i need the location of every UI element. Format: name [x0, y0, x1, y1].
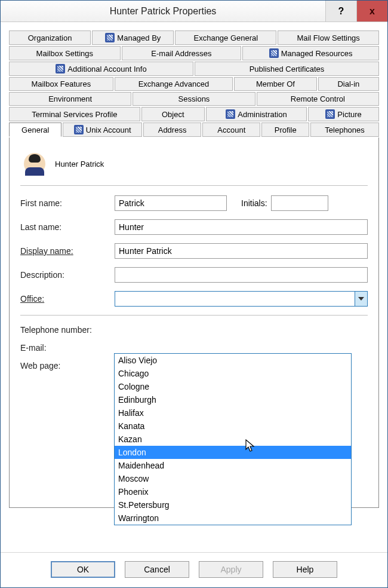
office-option[interactable]: London — [115, 446, 351, 459]
titlebar: Hunter Patrick Properties ? x — [1, 1, 387, 22]
tab-managed-resources[interactable]: Managed Resources — [242, 46, 379, 60]
tab-address[interactable]: Address — [143, 122, 201, 137]
office-option[interactable]: Phoenix — [115, 485, 351, 498]
office-option[interactable]: Cologne — [115, 380, 351, 393]
properties-dialog: Hunter Patrick Properties ? x Organizati… — [0, 0, 388, 588]
tab-object[interactable]: Object — [141, 107, 205, 121]
first-name-input[interactable] — [115, 195, 227, 211]
tab-dial-in[interactable]: Dial-in — [318, 77, 379, 91]
titlebar-controls: ? x — [325, 1, 387, 22]
flag-icon — [105, 33, 115, 42]
tab-picture[interactable]: Picture — [308, 107, 379, 121]
tab-general[interactable]: General — [9, 122, 61, 137]
cancel-button[interactable]: Cancel — [125, 561, 189, 578]
office-option[interactable]: Warrington — [115, 512, 351, 525]
office-option[interactable]: Halifax — [115, 406, 351, 419]
chevron-down-icon — [358, 297, 364, 301]
divider — [20, 315, 368, 316]
help-button[interactable]: ? — [325, 1, 356, 22]
user-avatar-icon — [24, 153, 45, 174]
office-dropdown-button[interactable] — [355, 291, 368, 307]
dialog-footer: OK Cancel Apply Help — [1, 552, 387, 587]
apply-button[interactable]: Apply — [199, 561, 263, 578]
tab-mailbox-features[interactable]: Mailbox Features — [9, 77, 113, 91]
flag-icon — [74, 125, 84, 134]
mouse-cursor-icon — [245, 439, 256, 454]
close-button[interactable]: x — [356, 1, 387, 22]
user-display-name: Hunter Patrick — [55, 160, 104, 169]
office-label[interactable]: Office: — [20, 294, 115, 304]
tab-telephones[interactable]: Telephones — [310, 122, 379, 137]
office-option[interactable]: Aliso Viejo — [115, 354, 351, 367]
display-name-input[interactable] — [115, 243, 368, 259]
tab-administration[interactable]: Administration — [206, 107, 307, 121]
window-title: Hunter Patrick Properties — [1, 1, 325, 22]
tab-unix-account[interactable]: Unix Account — [63, 122, 141, 137]
first-name-label: First name: — [20, 198, 115, 208]
flag-icon — [325, 109, 335, 119]
webpage-label: Web page: — [20, 361, 115, 370]
email-label: E-mail: — [20, 343, 115, 353]
description-input[interactable] — [115, 267, 368, 283]
tab-remote-control[interactable]: Remote Control — [257, 92, 379, 106]
tab-additional-account-info[interactable]: Additional Account Info — [9, 62, 193, 76]
office-option[interactable]: Moscow — [115, 472, 351, 485]
office-input[interactable] — [115, 291, 355, 307]
flag-icon — [56, 64, 65, 74]
tab-organization[interactable]: Organization — [9, 30, 91, 45]
tab-managed-by[interactable]: Managed By — [92, 30, 174, 45]
tab-exchange-general[interactable]: Exchange General — [175, 30, 276, 45]
initials-label: Initials: — [241, 198, 267, 208]
office-dropdown-list[interactable]: Aliso ViejoChicagoCologneEdinburghHalifa… — [114, 353, 352, 525]
tab-sessions[interactable]: Sessions — [133, 92, 255, 106]
flag-icon — [226, 109, 235, 119]
office-option[interactable]: St.Petersburg — [115, 498, 351, 512]
description-label: Description: — [20, 270, 115, 280]
tab-mail-flow-settings[interactable]: Mail Flow Settings — [278, 30, 379, 45]
tab-account[interactable]: Account — [202, 122, 260, 137]
display-name-label[interactable]: Display name: — [20, 246, 115, 256]
tab-environment[interactable]: Environment — [9, 92, 131, 106]
initials-input[interactable] — [271, 195, 328, 211]
dialog-content: Organization Managed By Exchange General… — [1, 22, 387, 552]
last-name-label: Last name: — [20, 222, 115, 232]
tab-mailbox-settings[interactable]: Mailbox Settings — [9, 46, 121, 60]
divider — [20, 185, 368, 186]
office-option[interactable]: Kazan — [115, 433, 351, 446]
tab-published-certificates[interactable]: Published Certificates — [195, 62, 379, 76]
flag-icon — [269, 48, 279, 58]
help-button-footer[interactable]: Help — [273, 561, 337, 578]
tab-terminal-services-profile[interactable]: Terminal Services Profile — [9, 107, 140, 121]
tab-member-of[interactable]: Member Of — [234, 77, 316, 91]
last-name-input[interactable] — [115, 219, 368, 235]
tab-strip: Organization Managed By Exchange General… — [9, 30, 379, 137]
office-option[interactable]: Kanata — [115, 419, 351, 433]
tab-exchange-advanced[interactable]: Exchange Advanced — [115, 77, 233, 91]
ok-button[interactable]: OK — [51, 561, 115, 578]
office-option[interactable]: Chicago — [115, 367, 351, 380]
tab-profile[interactable]: Profile — [261, 122, 309, 137]
office-option[interactable]: Maidenhead — [115, 459, 351, 472]
telephone-label: Telephone number: — [20, 325, 115, 335]
user-header: Hunter Patrick — [24, 153, 368, 174]
office-combobox[interactable] — [115, 291, 368, 307]
tab-email-addresses[interactable]: E-mail Addresses — [122, 46, 242, 60]
office-option[interactable]: Edinburgh — [115, 393, 351, 406]
